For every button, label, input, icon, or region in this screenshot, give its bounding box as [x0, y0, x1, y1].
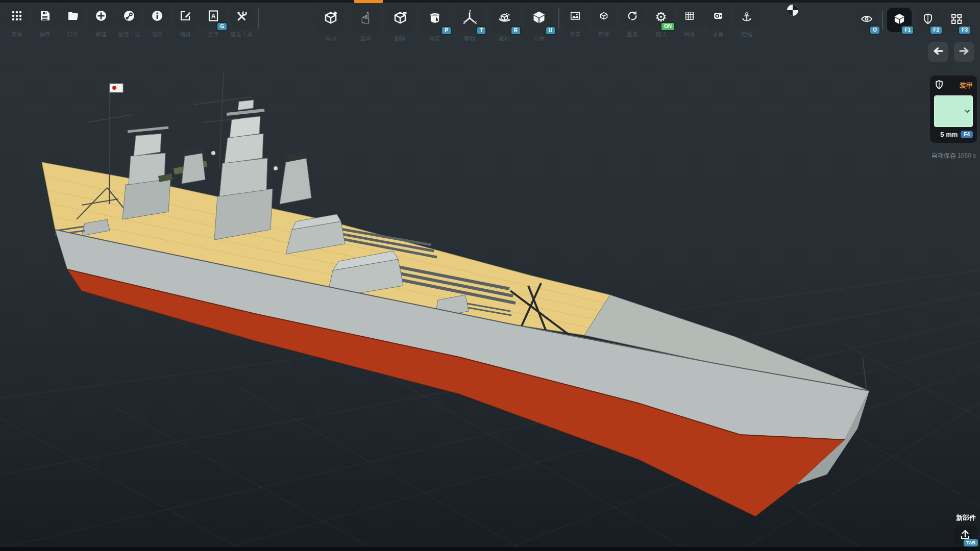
- add-block-button[interactable]: [316, 4, 345, 33]
- armor-color-dropdown[interactable]: [934, 95, 973, 127]
- viewport-3d[interactable]: [0, 0, 980, 551]
- hotkey-badge: U: [545, 26, 556, 35]
- text-button[interactable]: A G: [202, 5, 225, 29]
- new-button[interactable]: [89, 5, 113, 29]
- new-part-button[interactable]: TAB: [953, 525, 977, 545]
- hotkey-badge: G: [216, 22, 228, 31]
- button-label: 创意工坊: [118, 31, 140, 37]
- hotkey-badge: F2: [929, 26, 943, 35]
- toolbar-group-view: 背景 部件 重置 ⚙: [564, 5, 758, 37]
- redo-button[interactable]: [954, 42, 974, 62]
- parts-button[interactable]: [592, 5, 616, 29]
- button-label: 新建: [95, 31, 107, 37]
- steam-icon: [123, 10, 135, 24]
- sea-grid: [0, 270, 980, 551]
- hotkey-badge: P: [441, 26, 452, 35]
- open-button[interactable]: [61, 5, 85, 29]
- paint-bucket-icon: [427, 10, 443, 27]
- shield-icon: [934, 80, 944, 92]
- autosave-label: 自动保存: [932, 152, 956, 159]
- hotkey-badge: TAB: [963, 539, 978, 547]
- workshop-button[interactable]: [117, 5, 141, 29]
- block-button[interactable]: U: [525, 4, 553, 33]
- undo-button[interactable]: [928, 42, 948, 62]
- hotkey-badge: O: [869, 26, 880, 35]
- button-label: 旋转: [499, 35, 510, 41]
- top-edge-strip: [0, 0, 980, 3]
- toolbar-divider: [558, 8, 559, 29]
- save-icon: [39, 10, 51, 24]
- group-view-button[interactable]: F3: [944, 8, 969, 32]
- new-part-label: 新部件: [956, 513, 977, 522]
- toolbar-group-build: 添加 ☝ 选择 删除: [316, 4, 553, 41]
- button-label: 背景: [570, 31, 581, 37]
- app-menu-button[interactable]: [5, 5, 29, 29]
- on-badge: ON: [660, 22, 675, 31]
- app-menu-icon: [11, 10, 23, 24]
- hotkey-badge: F3: [958, 26, 971, 35]
- autosave-status: 自动保存 1060 s: [932, 152, 976, 160]
- edit-button[interactable]: [174, 5, 197, 29]
- button-label: 部件: [598, 31, 609, 37]
- cube-plus-icon: [323, 10, 338, 27]
- svg-text:Z: Z: [463, 21, 465, 24]
- save-button[interactable]: [33, 5, 57, 29]
- armor-panel: 装甲 5 mm F4: [930, 76, 977, 143]
- autosave-value: 1060 s: [958, 152, 976, 159]
- cube-minus-icon: [393, 10, 408, 27]
- view-mode-toolbar: O F1 F2: [855, 8, 969, 32]
- toolbar-divider: [882, 11, 883, 29]
- background-button[interactable]: [564, 5, 587, 29]
- armor-panel-title: 装甲: [960, 81, 973, 90]
- camera-icon: [713, 10, 724, 23]
- plus-circle-icon: [95, 10, 107, 24]
- grid-button[interactable]: [678, 5, 701, 29]
- move-button[interactable]: Y Z X T: [455, 4, 484, 33]
- build-tools-button[interactable]: [230, 5, 253, 29]
- anchor-icon: ⚓: [742, 11, 752, 23]
- settings-button[interactable]: ⚙ ON: [649, 5, 673, 29]
- undo-arrow-icon: [932, 45, 944, 59]
- rotate-cube-icon: [497, 10, 512, 27]
- info-icon: [151, 10, 163, 24]
- button-label: 建造工具: [230, 31, 253, 37]
- hand-pointer-icon: ☝: [361, 11, 370, 26]
- select-button[interactable]: ☝: [351, 4, 380, 33]
- rotate-button[interactable]: R: [490, 4, 519, 33]
- armor-thickness-value: 5 mm: [940, 131, 958, 138]
- reset-view-button[interactable]: [621, 5, 644, 29]
- pivot-marker-icon: [785, 3, 800, 20]
- svg-text:A: A: [211, 13, 216, 20]
- button-label: 删除: [395, 35, 406, 41]
- axis-xyz-icon: Y Z X: [462, 10, 477, 27]
- button-label: 网格: [684, 31, 695, 37]
- hotkey-badge: T: [476, 26, 486, 35]
- info-button[interactable]: [145, 5, 169, 29]
- record-button[interactable]: [706, 5, 730, 29]
- visibility-button[interactable]: O: [855, 8, 878, 32]
- button-label: 定锚: [741, 31, 752, 37]
- paint-button[interactable]: P: [421, 4, 449, 33]
- toolbar-group-file: 菜单 保存 打开: [5, 5, 253, 37]
- chevron-down-icon: [964, 109, 970, 113]
- redo-arrow-icon: [958, 45, 970, 59]
- image-icon: [570, 10, 581, 23]
- new-part-control: 新部件 TAB: [953, 513, 977, 545]
- remove-block-button[interactable]: [386, 4, 414, 33]
- edit-pencil-icon: [179, 10, 191, 24]
- toolbar-divider: [258, 8, 259, 29]
- button-label: 选择: [360, 35, 371, 41]
- anchor-button[interactable]: ⚓: [735, 5, 758, 29]
- main-toolbar: 菜单 保存 打开: [5, 5, 758, 41]
- history-controls: [928, 42, 974, 62]
- button-label: 添加: [325, 35, 336, 41]
- model-view-button[interactable]: F1: [887, 8, 912, 32]
- shield-icon: [922, 13, 934, 27]
- active-tool-indicator: [354, 0, 383, 3]
- hotkey-badge: F4: [961, 131, 973, 138]
- armor-view-button[interactable]: F2: [916, 8, 940, 32]
- button-label: 文字: [208, 31, 219, 37]
- grid-icon: [684, 10, 695, 23]
- svg-text:Y: Y: [469, 10, 472, 13]
- button-label: 方块: [533, 35, 545, 41]
